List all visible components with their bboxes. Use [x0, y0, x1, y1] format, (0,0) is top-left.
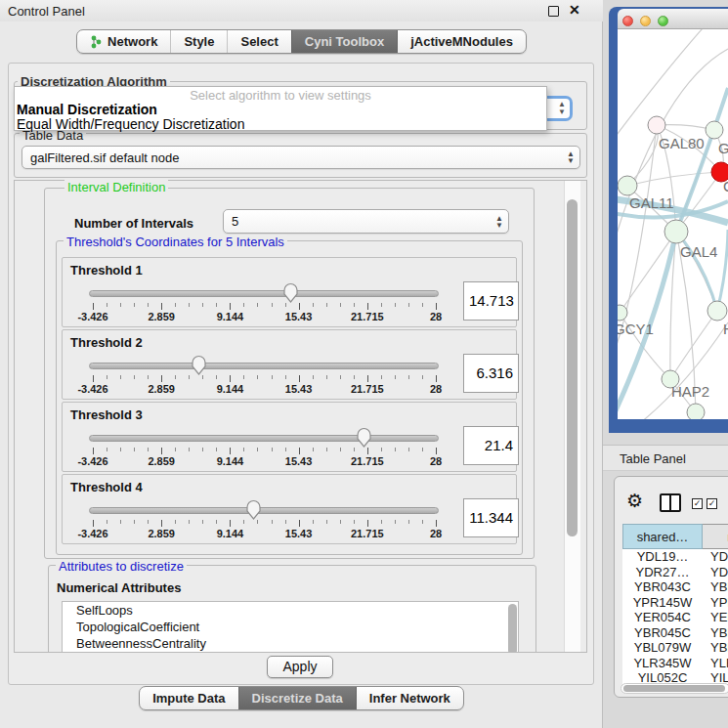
menu-item-equal-width-frequency[interactable]: Equal Width/Frequency Discretization — [17, 116, 244, 132]
threshold-value-field[interactable]: 11.344 — [463, 498, 519, 537]
network-node-g[interactable] — [706, 121, 723, 139]
table-row[interactable]: YBR045CYBR0 — [622, 625, 728, 641]
minor-tick — [272, 448, 273, 451]
algorithm-hint: Select algorithm to view settings — [15, 88, 546, 103]
table-row[interactable]: YPR145WYPR1 — [622, 595, 728, 611]
node-label-g: G. — [718, 140, 728, 156]
table-cell[interactable]: YER054C — [622, 610, 703, 625]
minor-tick — [408, 448, 409, 451]
combo-stepper-icon: ▲▼ — [558, 101, 566, 116]
slider-thumb[interactable] — [282, 281, 299, 304]
zoom-traffic-light[interactable] — [658, 16, 668, 26]
major-tick — [436, 520, 437, 527]
slider-track[interactable] — [89, 435, 439, 442]
attribute-item-topologicalcoefficient[interactable]: TopologicalCoefficient — [63, 619, 518, 635]
table-cell[interactable]: YER0 — [703, 610, 728, 625]
menu-item-manual-discretization[interactable]: Manual Discretization — [17, 102, 157, 117]
network-edge — [627, 172, 721, 186]
table-row[interactable]: YER054CYER0 — [622, 610, 728, 625]
major-tick — [436, 303, 437, 310]
column-header-na[interactable]: na — [703, 524, 728, 549]
table-cell[interactable]: YLR3 — [703, 656, 728, 671]
node-label-hap2: HAP2 — [671, 383, 709, 400]
network-node-gal11[interactable] — [618, 176, 637, 195]
tab-infer-network[interactable]: Infer Network — [356, 687, 463, 709]
tick-label: -3.426 — [77, 311, 107, 322]
minor-tick — [134, 448, 135, 451]
control-panel-title: Control Panel — [8, 4, 85, 19]
table-cell[interactable]: YBR043C — [622, 579, 703, 595]
tick-label: 21.715 — [351, 311, 384, 322]
table-cell[interactable]: YPR145W — [622, 595, 703, 611]
tab-network[interactable]: Network — [77, 30, 170, 53]
slider-thumb[interactable] — [356, 426, 372, 449]
close-icon[interactable]: ✕ — [569, 2, 580, 18]
float-window-icon[interactable] — [548, 6, 559, 17]
table-cell[interactable]: YBL0 — [703, 640, 728, 656]
tab-style[interactable]: Style — [170, 30, 227, 53]
table-cell[interactable]: YBR0 — [703, 625, 728, 641]
split-columns-icon[interactable] — [660, 493, 681, 512]
table-cell[interactable]: YDL1 — [703, 549, 728, 565]
network-node-gcy1[interactable] — [618, 305, 627, 321]
apply-button[interactable]: Apply — [267, 656, 333, 678]
tick-label: 2.859 — [148, 383, 175, 395]
table-cell[interactable]: YBR045C — [622, 625, 703, 641]
tab-discretize-data[interactable]: Discretize Data — [238, 687, 356, 709]
network-node-gal80[interactable] — [648, 116, 665, 134]
table-cell[interactable]: YDL19… — [622, 549, 703, 565]
attribute-item-betweennesscentrality[interactable]: BetweennessCentrality — [63, 635, 518, 652]
minor-tick — [257, 375, 258, 379]
tab-select[interactable]: Select — [227, 30, 290, 53]
horizontal-scrollbar-thumb[interactable] — [623, 685, 725, 692]
tab-jactivemnodules[interactable]: jActiveMNodules — [397, 30, 526, 53]
table-cell[interactable]: YDR2 — [703, 565, 728, 580]
major-tick — [93, 520, 94, 527]
tab-cyni-toolbox[interactable]: Cyni Toolbox — [291, 30, 397, 53]
slider-track[interactable] — [89, 290, 439, 297]
horizontal-scrollbar-track[interactable] — [621, 683, 728, 694]
close-traffic-light[interactable] — [622, 16, 633, 26]
number-of-intervals-combobox[interactable]: 5 ▲▼ — [223, 209, 509, 234]
network-node-gal4[interactable] — [664, 220, 688, 243]
checkbox-icon[interactable]: ✓ — [692, 498, 703, 509]
table-row[interactable]: YBL079WYBL0 — [622, 640, 728, 656]
panel-scrollbar-thumb[interactable] — [567, 199, 578, 536]
algorithm-combobox-fragment[interactable]: ▲▼ — [547, 96, 573, 121]
table-cell[interactable]: YBL079W — [622, 640, 703, 656]
network-node-h[interactable] — [707, 301, 727, 321]
table-cell[interactable]: YBR0 — [703, 579, 728, 595]
table-cell[interactable]: YPR1 — [703, 595, 728, 611]
tab-impute-data[interactable]: Impute Data — [140, 687, 237, 709]
gear-icon[interactable]: ⚙ — [626, 490, 643, 512]
numerical-attributes-list[interactable]: SelfLoopsTopologicalCoefficientBetweenne… — [62, 601, 519, 653]
table-data-combobox[interactable]: galFiltered.sif default node ▲▼ — [21, 146, 580, 169]
major-tick — [230, 303, 231, 310]
threshold-value-field[interactable]: 14.713 — [463, 281, 519, 321]
table-row[interactable]: YDR27…YDR2 — [622, 565, 728, 580]
table-row[interactable]: YBR043CYBR0 — [622, 579, 728, 595]
network-node-unlabeled[interactable] — [687, 404, 705, 419]
threshold-value-field[interactable]: 6.316 — [463, 354, 519, 393]
table-row[interactable]: YDL19…YDL1 — [622, 549, 728, 565]
table-header-row: shared…na — [622, 524, 728, 549]
threshold-label: Threshold 2 — [70, 335, 143, 350]
column-header-shared[interactable]: shared… — [622, 524, 703, 549]
attribute-item-selfloops[interactable]: SelfLoops — [63, 602, 518, 619]
slider-thumb[interactable] — [245, 498, 262, 521]
network-canvas[interactable]: GAL80G.CGAL11GAL4GCY1HHAP2 — [618, 29, 728, 419]
slider-track[interactable] — [89, 507, 439, 514]
table-cell[interactable]: YDR27… — [622, 565, 703, 580]
network-window-titlebar[interactable] — [618, 9, 728, 29]
checkbox-icon[interactable]: ✓ — [707, 498, 717, 509]
minimize-traffic-light[interactable] — [640, 16, 651, 26]
list-scrollbar-thumb[interactable] — [508, 604, 517, 653]
threshold-value-field[interactable]: 21.4 — [463, 426, 519, 465]
slider-thumb[interactable] — [191, 354, 207, 376]
table-cell[interactable]: YLR345W — [622, 656, 703, 671]
network-edge-weighted — [717, 230, 728, 311]
table-data-combobox-value: galFiltered.sif default node — [30, 150, 179, 165]
table-row[interactable]: YLR345WYLR3 — [622, 656, 728, 671]
slider-track[interactable] — [89, 363, 439, 369]
minor-tick — [381, 375, 382, 379]
